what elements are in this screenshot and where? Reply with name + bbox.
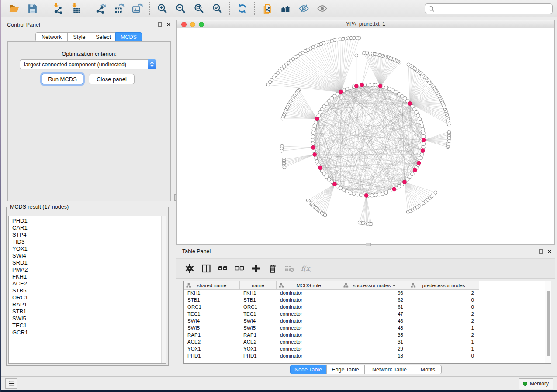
table-row[interactable]: STB1STB1dominator620 bbox=[184, 297, 545, 304]
dominator-node[interactable] bbox=[354, 84, 358, 88]
network-node[interactable] bbox=[374, 83, 377, 87]
dominator-node[interactable] bbox=[315, 117, 319, 121]
zoom-out-button[interactable] bbox=[173, 2, 187, 16]
network-node[interactable] bbox=[420, 153, 424, 156]
network-node[interactable] bbox=[356, 193, 359, 196]
tab-mcds[interactable]: MCDS bbox=[115, 32, 142, 41]
import-network-button[interactable] bbox=[50, 2, 64, 16]
mcds-result-item[interactable]: TID3 bbox=[9, 238, 166, 245]
tab-style[interactable]: Style bbox=[67, 32, 91, 41]
mcds-list-scrollbar[interactable] bbox=[161, 216, 166, 363]
table-scrollbar-thumb[interactable] bbox=[547, 291, 550, 356]
mcds-result-item[interactable]: SWI4 bbox=[9, 252, 166, 259]
float-panel-icon[interactable] bbox=[157, 22, 163, 27]
close-table-panel-icon[interactable] bbox=[547, 249, 552, 254]
close-panel-icon[interactable] bbox=[166, 22, 171, 27]
network-node[interactable] bbox=[447, 130, 451, 134]
dominator-node[interactable] bbox=[421, 149, 425, 153]
table-scrollbar[interactable] bbox=[545, 281, 551, 363]
mcds-result-item[interactable]: ACE2 bbox=[9, 280, 166, 287]
dominator-node[interactable] bbox=[422, 138, 426, 142]
dominator-node[interactable] bbox=[392, 187, 396, 191]
network-node[interactable] bbox=[387, 189, 391, 193]
network-node[interactable] bbox=[312, 127, 315, 131]
network-node[interactable] bbox=[283, 166, 286, 169]
mcds-result-item[interactable]: SWI5 bbox=[9, 315, 166, 322]
dominator-node[interactable] bbox=[318, 166, 322, 170]
mcds-result-item[interactable]: ORC1 bbox=[9, 294, 166, 301]
network-node[interactable] bbox=[384, 86, 388, 89]
table-row[interactable]: ACE2ACE2connector311 bbox=[184, 339, 545, 346]
mcds-result-item[interactable]: STP4 bbox=[9, 231, 166, 238]
save-session-button[interactable] bbox=[25, 2, 39, 16]
column-header-MCDS-role[interactable]: MCDS role bbox=[277, 281, 341, 290]
network-node[interactable] bbox=[352, 192, 356, 196]
network-node[interactable] bbox=[370, 83, 374, 86]
toggle-panes-button[interactable] bbox=[200, 263, 212, 274]
network-node[interactable] bbox=[266, 83, 270, 86]
network-node[interactable] bbox=[281, 117, 284, 120]
network-node[interactable] bbox=[370, 194, 374, 197]
deselect-all-rows-button[interactable] bbox=[233, 263, 246, 274]
delete-column-button[interactable] bbox=[266, 263, 279, 274]
mcds-result-item[interactable]: RAP1 bbox=[9, 301, 166, 308]
network-node[interactable] bbox=[367, 83, 370, 86]
network-node[interactable] bbox=[420, 124, 424, 127]
zoom-fit-button[interactable] bbox=[192, 2, 206, 16]
network-node[interactable] bbox=[345, 189, 349, 193]
mcds-result-item[interactable]: GCR1 bbox=[9, 329, 166, 336]
memory-button[interactable]: Memory bbox=[519, 378, 553, 389]
add-column-button[interactable] bbox=[250, 263, 262, 274]
dominator-node[interactable] bbox=[364, 193, 368, 197]
network-node[interactable] bbox=[349, 86, 352, 89]
mcds-result-item[interactable]: FKH1 bbox=[9, 273, 166, 280]
mcds-result-item[interactable]: PMA2 bbox=[9, 266, 166, 273]
run-mcds-button[interactable]: Run MCDS bbox=[42, 74, 83, 84]
network-node[interactable] bbox=[362, 52, 366, 55]
network-node[interactable] bbox=[311, 138, 315, 142]
show-hidden-button[interactable] bbox=[315, 2, 329, 16]
column-header-shared-name[interactable]: shared name bbox=[184, 281, 240, 290]
network-node[interactable] bbox=[434, 191, 437, 194]
import-table-button[interactable] bbox=[69, 2, 83, 16]
open-file-button[interactable] bbox=[7, 2, 21, 16]
network-node[interactable] bbox=[374, 193, 377, 197]
column-header-successor-nodes[interactable]: successor nodes bbox=[341, 281, 408, 290]
network-node[interactable] bbox=[323, 213, 327, 217]
network-node[interactable] bbox=[313, 124, 316, 127]
network-node[interactable] bbox=[422, 142, 426, 145]
zoom-selected-button[interactable] bbox=[210, 2, 224, 16]
mcds-result-item[interactable]: CAR1 bbox=[9, 224, 166, 231]
export-network-button[interactable] bbox=[93, 2, 107, 16]
mcds-result-item[interactable]: STB5 bbox=[9, 287, 166, 294]
export-table-button[interactable] bbox=[112, 2, 126, 16]
network-node[interactable] bbox=[359, 193, 363, 197]
network-doc-share-button[interactable] bbox=[260, 2, 274, 16]
column-header-predecessor-nodes[interactable]: predecessor nodes bbox=[408, 281, 479, 290]
network-node[interactable] bbox=[419, 156, 422, 160]
mcds-result-item[interactable]: SRD1 bbox=[9, 259, 166, 266]
close-panel-button[interactable]: Close panel bbox=[89, 74, 135, 84]
mcds-result-item[interactable]: STB1 bbox=[9, 308, 166, 315]
tab-network[interactable]: Network bbox=[35, 32, 68, 41]
network-node[interactable] bbox=[384, 191, 388, 194]
network-node[interactable] bbox=[387, 87, 391, 91]
horizontal-splitter-handle[interactable] bbox=[366, 243, 371, 246]
network-node[interactable] bbox=[314, 156, 318, 160]
network-node[interactable] bbox=[312, 149, 315, 153]
select-all-rows-button[interactable] bbox=[217, 263, 229, 274]
apply-layout-button[interactable] bbox=[235, 2, 249, 16]
search-input[interactable] bbox=[435, 4, 552, 13]
network-node[interactable] bbox=[422, 131, 425, 134]
network-node[interactable] bbox=[411, 172, 414, 175]
network-node[interactable] bbox=[370, 222, 373, 226]
mcds-result-item[interactable]: YOX1 bbox=[9, 245, 166, 252]
dominator-node[interactable] bbox=[360, 83, 364, 87]
tab-motifs[interactable]: Motifs bbox=[415, 365, 442, 374]
dominator-node[interactable] bbox=[413, 168, 417, 172]
column-header-name[interactable]: name bbox=[240, 281, 277, 290]
network-canvas[interactable] bbox=[177, 28, 554, 244]
tab-node-table[interactable]: Node Table bbox=[290, 365, 327, 374]
export-image-button[interactable] bbox=[130, 2, 144, 16]
optimization-select[interactable]: largest connected component (undirected) bbox=[20, 59, 156, 69]
